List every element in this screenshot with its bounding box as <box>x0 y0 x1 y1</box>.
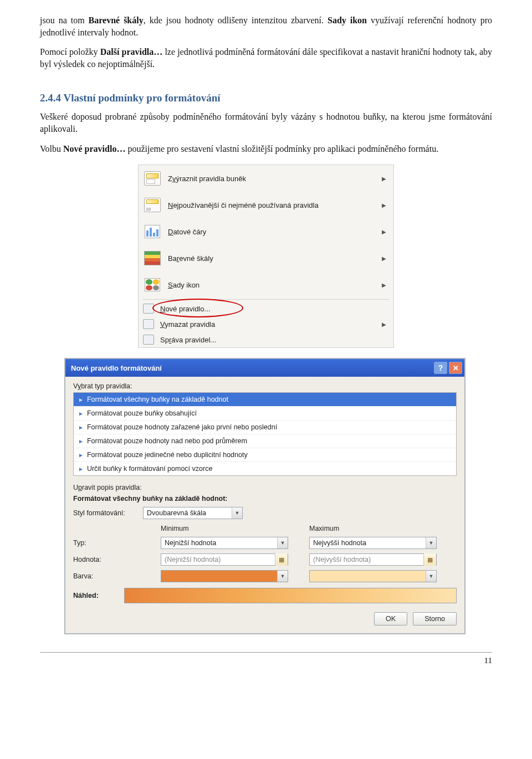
menu-item[interactable]: Správa pravidel... <box>139 332 393 347</box>
rule-type-item[interactable]: ►Formátovat pouze jedinečné nebo duplici… <box>74 448 456 462</box>
rule-type-label: Formátovat pouze hodnoty zařazené jako p… <box>87 423 277 431</box>
triangle-icon: ► <box>78 466 84 472</box>
menu-item-label: Nejpoužívanější či nejméně používaná pra… <box>168 201 376 209</box>
menu-item-label: Správa pravidel... <box>160 336 390 344</box>
range-picker-icon[interactable]: ▦ <box>423 553 436 566</box>
menu-item[interactable]: Datové čáry▶ <box>139 218 393 245</box>
color-scales-icon <box>144 251 161 265</box>
row-value-label: Hodnota: <box>73 556 140 563</box>
paragraph-4: Volbu Nové pravidlo… použijeme pro sesta… <box>40 143 492 155</box>
menu-item[interactable]: Sady ikon▶ <box>139 271 393 298</box>
color-min-select[interactable]: ▼ <box>161 570 288 582</box>
menu-separator <box>143 299 389 300</box>
menu-item-label: Nové pravidlo... <box>160 305 390 313</box>
submenu-chevron-icon: ▶ <box>382 202 390 208</box>
text: použijeme pro sestavení vlastní složitěj… <box>125 144 438 153</box>
paragraph-2: Pomocí položky Další pravidla… lze jedno… <box>40 46 492 70</box>
menu-item[interactable]: Vymazat pravidla▶ <box>139 316 393 332</box>
dialog-footer: OK Storno <box>73 612 457 625</box>
dialog-title-text: Nové pravidlo formátování <box>71 364 162 372</box>
menu-item-label: Sady ikon <box>168 281 376 289</box>
data-bars-icon <box>145 225 160 238</box>
rule-type-label: Formátovat pouze jedinečné nebo duplicit… <box>87 451 248 459</box>
row-type-label: Typ: <box>73 539 140 547</box>
edit-rule-desc-label: Upravit popis pravidla: <box>73 484 457 491</box>
ok-button[interactable]: OK <box>374 612 407 625</box>
highlight-cells-icon <box>144 171 161 186</box>
menu-icon-slot <box>142 197 162 213</box>
text: Volbu <box>40 144 63 153</box>
chevron-down-icon: ▼ <box>277 571 288 582</box>
type-max-select[interactable]: Nejvyšší hodnota▼ <box>309 537 437 549</box>
triangle-icon: ► <box>78 452 84 458</box>
rule-type-label: Formátovat všechny buňky na základě hodn… <box>87 396 228 403</box>
format-style-row: Styl formátování: Dvoubarevná škála ▼ <box>73 507 457 519</box>
titlebar-buttons: ? ✕ <box>434 362 462 374</box>
chevron-down-icon: ▼ <box>426 571 436 582</box>
heading-2-4-4: 2.4.4 Vlastní podmínky pro formátování <box>40 92 492 104</box>
text: , kde jsou hodnoty odlišeny intenzitou z… <box>144 16 328 25</box>
rule-type-item[interactable]: ►Formátovat pouze hodnoty nad nebo pod p… <box>74 434 456 448</box>
chevron-down-icon: ▼ <box>232 507 242 519</box>
menu-icon-slot <box>142 335 155 345</box>
cancel-button[interactable]: Storno <box>413 612 457 625</box>
paragraph-1: jsou na tom Barevné škály, kde jsou hodn… <box>40 14 492 38</box>
menu-item-new-rule[interactable]: Nové pravidlo... <box>139 301 393 316</box>
col-header-min: Minimum <box>161 525 288 532</box>
menu-item-label: Vymazat pravidla <box>160 320 376 329</box>
select-value: Dvoubarevná škála <box>144 509 232 517</box>
rule-type-label: Formátovat pouze hodnoty nad nebo pod pr… <box>87 437 247 445</box>
submenu-chevron-icon: ▶ <box>382 176 390 182</box>
generic-icon <box>143 335 154 345</box>
menu-icon-slot <box>142 170 162 187</box>
close-button[interactable]: ✕ <box>449 362 462 374</box>
menu-icon-slot <box>142 319 155 329</box>
value-max-input[interactable]: (Nejvyšší hodnota)▦ <box>309 553 437 566</box>
value-min-input[interactable]: (Nejnižší hodnota)▦ <box>161 553 288 566</box>
icon-sets-icon <box>145 278 160 291</box>
menu-item[interactable]: Nejpoužívanější či nejméně používaná pra… <box>139 192 393 218</box>
new-rule-dialog: Nové pravidlo formátování ? ✕ Vybrat typ… <box>64 358 466 634</box>
text: Pomocí položky <box>40 47 100 57</box>
rule-type-item[interactable]: ►Formátovat všechny buňky na základě hod… <box>74 393 456 407</box>
paragraph-3: Veškeré doposud probrané způsoby podmíně… <box>40 111 492 135</box>
help-button[interactable]: ? <box>434 362 447 374</box>
rule-type-list[interactable]: ►Formátovat všechny buňky na základě hod… <box>73 392 457 476</box>
rule-type-label: Určit buňky k formátování pomocí vzorce <box>87 465 212 473</box>
menu-icon-slot <box>142 223 162 240</box>
color-max-select[interactable]: ▼ <box>309 570 437 582</box>
menu-item-label: Barevné škály <box>168 254 376 263</box>
triangle-icon: ► <box>78 424 84 430</box>
rule-type-item[interactable]: ►Určit buňky k formátování pomocí vzorce <box>74 462 456 475</box>
generic-icon <box>143 319 154 329</box>
menu-item-label: Datové čáry <box>168 228 376 236</box>
preview-label: Náhled: <box>73 592 117 599</box>
dialog-body: Vybrat typ pravidla: ►Formátovat všechny… <box>65 377 464 633</box>
menu-item[interactable]: Zvýraznit pravidla buněk▶ <box>139 165 393 192</box>
minmax-grid: Minimum Maximum Typ: Nejnižší hodnota▼ N… <box>73 525 457 582</box>
dialog-titlebar: Nové pravidlo formátování ? ✕ <box>65 359 464 377</box>
chevron-down-icon: ▼ <box>277 537 288 548</box>
input-value: (Nejnižší hodnota) <box>161 556 273 563</box>
bold-text: Barevné škály <box>89 16 144 25</box>
submenu-chevron-icon: ▶ <box>382 255 390 261</box>
range-picker-icon[interactable]: ▦ <box>275 553 288 566</box>
format-all-subhead: Formátovat všechny buňky na základě hodn… <box>73 495 457 502</box>
select-value: Nejnižší hodnota <box>161 539 277 547</box>
rule-type-item[interactable]: ►Formátovat pouze buňky obsahující <box>74 407 456 420</box>
submenu-chevron-icon: ▶ <box>382 321 390 327</box>
col-header-max: Maximum <box>309 525 437 532</box>
select-rule-type-label: Vybrat typ pravidla: <box>73 382 457 390</box>
submenu-chevron-icon: ▶ <box>382 229 390 235</box>
triangle-icon: ► <box>78 411 84 417</box>
type-min-select[interactable]: Nejnižší hodnota▼ <box>161 537 288 549</box>
menu-item[interactable]: Barevné škály▶ <box>139 245 393 271</box>
rule-type-item[interactable]: ►Formátovat pouze hodnoty zařazené jako … <box>74 420 456 434</box>
menu-icon-slot <box>142 276 162 293</box>
format-style-select[interactable]: Dvoubarevná škála ▼ <box>143 507 243 519</box>
page-number: 11 <box>40 652 492 665</box>
conditional-formatting-menu: Zvýraznit pravidla buněk▶Nejpoužívanější… <box>138 165 394 348</box>
bold-text: Další pravidla… <box>100 47 163 57</box>
color-swatch <box>310 571 426 582</box>
submenu-chevron-icon: ▶ <box>382 282 390 288</box>
